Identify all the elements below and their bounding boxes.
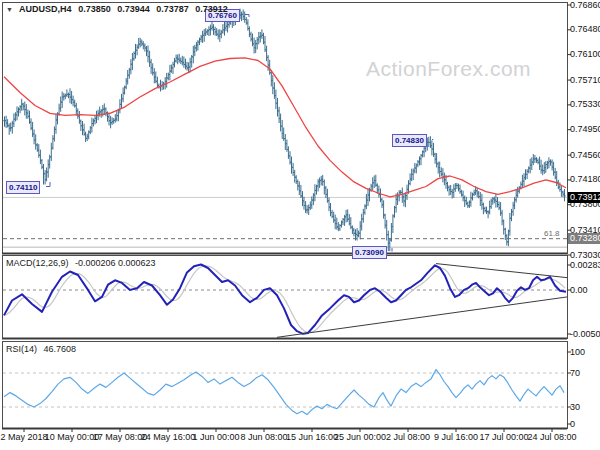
close-value: 0.73912 <box>195 4 228 14</box>
panel-border-rsi <box>3 342 568 429</box>
panel-border-price <box>3 3 568 254</box>
chevron-down-icon[interactable]: ▼ <box>6 6 13 13</box>
open-value: 0.73850 <box>78 4 111 14</box>
symbol-header: ▼ AUDUSD,H4 0.73850 0.73944 0.73787 0.73… <box>6 4 232 14</box>
macd-upper-trendline <box>436 264 567 278</box>
rsi-label: RSI(14) <box>6 344 37 354</box>
chart-canvas[interactable] <box>0 0 600 450</box>
chart-window: ActionForex.com 0.768600.764800.761000.7… <box>0 0 600 450</box>
moving-average-line <box>4 58 566 197</box>
swing-tag-connector <box>432 140 433 141</box>
macd-signal-line <box>4 266 565 333</box>
high-value: 0.73944 <box>117 4 150 14</box>
rsi-line <box>4 370 564 415</box>
rsi-value: 46.7608 <box>44 344 77 354</box>
price-bars-series <box>3 9 565 251</box>
macd-header: MACD(12,26,9) -0.000206 0.000623 <box>6 258 160 268</box>
swing-tag-connector <box>46 182 50 187</box>
swing-tag-connector <box>245 15 249 18</box>
macd-label: MACD(12,26,9) <box>6 258 69 268</box>
low-value: 0.73787 <box>156 4 189 14</box>
rsi-header: RSI(14) 46.7608 <box>6 344 80 354</box>
macd-values: -0.000206 0.000623 <box>75 258 156 268</box>
symbol-timeframe: AUDUSD,H4 <box>19 4 72 14</box>
